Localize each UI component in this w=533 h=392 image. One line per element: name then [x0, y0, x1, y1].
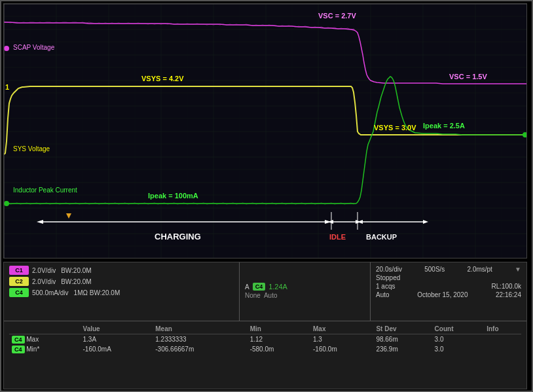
row-mean: -306.66667m	[153, 344, 247, 354]
vsc-27-label: VSC = 2.7V	[318, 12, 356, 20]
col-value: Value	[81, 324, 153, 334]
ch2-div: 2.0V/div	[32, 278, 56, 285]
auto-label: Auto	[376, 291, 390, 298]
waveform-svg: VSC = 2.7V VSC = 1.5V VSYS = 4.2V VSYS =…	[4, 4, 527, 258]
row-stdev: 98.66m	[373, 334, 432, 345]
oscilloscope: VSC = 2.7V VSC = 1.5V VSYS = 4.2V VSYS =…	[0, 0, 533, 392]
ch2-marker: 1	[5, 83, 9, 91]
date-row: Auto October 15, 2020 22:16:24	[376, 291, 521, 298]
acq-status-row: Stopped	[376, 274, 521, 281]
ch4-bw: 1MΩ BW:20.0M	[74, 289, 120, 296]
trig-ch-badge: C4	[253, 283, 266, 291]
acq-count-row: 1 acqs RL:100.0k	[376, 283, 521, 290]
time-div: 20.0s/div	[376, 266, 402, 273]
row-ch: C4 Max	[9, 334, 81, 345]
backup-text: BACKUP	[366, 233, 397, 241]
ch1-marker	[4, 46, 9, 51]
ch2-row: C2 2.0V/div BW:20.0M	[9, 277, 234, 286]
row-min: 1.12	[248, 334, 310, 345]
vsys-42-label: VSYS = 4.2V	[141, 75, 184, 82]
time-value: 22:16:24	[496, 291, 521, 298]
left-controls: C1 2.0V/div BW:20.0M C2 2.0V/div BW:20.0…	[4, 262, 240, 321]
row-info	[484, 334, 521, 345]
col-min: Min	[248, 324, 310, 334]
trig-row1: A C4 1.24A	[245, 283, 365, 291]
ch1-bw: BW:20.0M	[61, 267, 92, 274]
row-max: -160.0m	[310, 344, 373, 354]
vsys-30-label: VSYS = 3.0V	[374, 124, 416, 132]
ipeak-100-label: Ipeak = 100mA	[148, 192, 198, 200]
row-count: 3.0	[432, 344, 485, 354]
row-value: -160.0mA	[81, 344, 153, 354]
scap-voltage-label: SCAP Voltage	[13, 44, 55, 51]
ch1-row: C1 2.0V/div BW:20.0M	[9, 266, 234, 275]
table-body: C4 Max 1.3A 1.2333333 1.12 1.3 98.66m 3.…	[9, 334, 521, 355]
row-stdev: 236.9m	[373, 344, 432, 354]
table-header-row: Value Mean Min Max St Dev Count Info	[9, 324, 521, 334]
row-count: 3.0	[432, 334, 485, 345]
ch1-div: 2.0V/div	[32, 267, 56, 274]
ch4-badge: C4	[9, 288, 29, 297]
col-mean: Mean	[153, 324, 247, 334]
inductor-label: Inductor Peak Current	[13, 187, 77, 194]
row-mean: 1.2333333	[153, 334, 247, 345]
waveform-display: VSC = 2.7V VSC = 1.5V VSYS = 4.2V VSYS =…	[3, 3, 527, 258]
row-max: 1.3	[310, 334, 373, 345]
date-value: October 15, 2020	[417, 291, 468, 298]
acq-status: Stopped	[376, 274, 400, 281]
ch2-bw: BW:20.0M	[61, 278, 92, 285]
ch4-marker	[4, 201, 9, 206]
ch2-badge: C2	[9, 277, 29, 286]
col-info: Info	[484, 324, 521, 334]
ch1-badge: C1	[9, 266, 29, 275]
row-min: -580.0m	[248, 344, 310, 354]
vsc-15-label: VSC = 1.5V	[449, 73, 487, 80]
col-max: Max	[310, 324, 373, 334]
timebase-row: 20.0s/div 500S/s 2.0ms/pt ▼	[376, 266, 521, 273]
charging-text: CHARGING	[155, 232, 201, 241]
right-controls: 20.0s/div 500S/s 2.0ms/pt ▼ Stopped 1 ac…	[371, 262, 526, 321]
ch4-row: C4 500.0mA/div 1MΩ BW:20.0M	[9, 288, 234, 297]
row-ch: C4 Min*	[9, 344, 81, 354]
sample-rate: 500S/s	[424, 266, 445, 273]
scroll-arrow: ▼	[515, 266, 521, 273]
trig-value: 1.24A	[268, 283, 287, 291]
rl-value: RL:100.0k	[491, 283, 521, 290]
row-info	[484, 344, 521, 354]
col-stdev: St Dev	[373, 324, 432, 334]
ipeak-25-label: Ipeak = 2.5A	[423, 122, 465, 130]
controls-row: C1 2.0V/div BW:20.0M C2 2.0V/div BW:20.0…	[4, 262, 526, 321]
trig-row2: None Auto	[245, 292, 365, 299]
col-ch	[9, 324, 81, 334]
row-value: 1.3A	[81, 334, 153, 345]
col-count: Count	[432, 324, 485, 334]
ch4-div: 500.0mA/div	[32, 289, 69, 296]
data-table: Value Mean Min Max St Dev Count Info C4 …	[4, 321, 526, 357]
trig-mode-label: A	[245, 283, 249, 291]
center-controls: A C4 1.24A None Auto	[240, 262, 371, 321]
bottom-panel: C1 2.0V/div BW:20.0M C2 2.0V/div BW:20.0…	[3, 262, 527, 389]
acq-count: 1 acqs	[376, 283, 395, 290]
idle-text: IDLE	[329, 233, 346, 241]
trig-coupling: Auto	[264, 292, 278, 299]
measurements-table: Value Mean Min Max St Dev Count Info C4 …	[9, 324, 521, 354]
mem-depth: 2.0ms/pt	[468, 266, 492, 273]
trig-source: None	[245, 292, 261, 299]
sys-voltage-label: SYS Voltage	[13, 145, 50, 152]
table-row-1: C4 Min* -160.0mA -306.66667m -580.0m -16…	[9, 344, 521, 354]
table-row-0: C4 Max 1.3A 1.2333333 1.12 1.3 98.66m 3.…	[9, 334, 521, 345]
